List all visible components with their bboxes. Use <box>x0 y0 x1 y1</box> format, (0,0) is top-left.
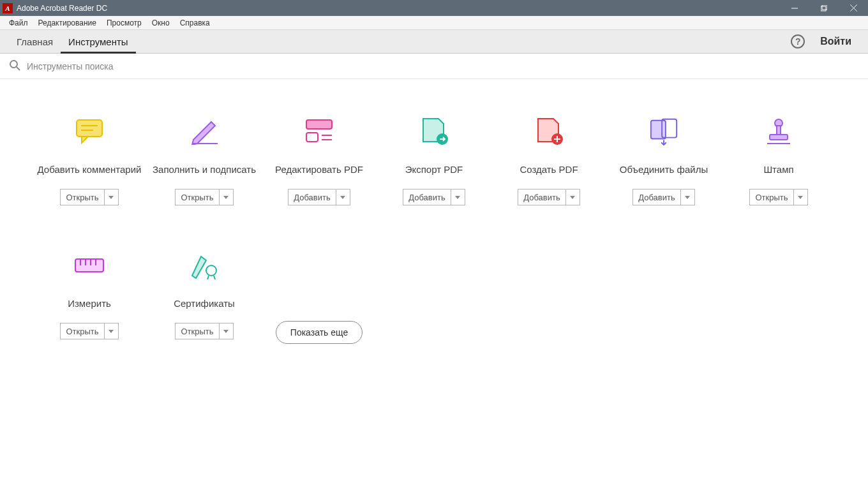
tabbar: Главная Инструменты ? Войти <box>0 30 868 54</box>
tool-action-button[interactable]: Открыть <box>175 189 233 205</box>
svg-point-5 <box>10 61 17 68</box>
tool-combine[interactable]: Объединить файлы Добавить <box>606 111 721 245</box>
tool-comment[interactable]: Добавить комментарий Открыть <box>32 111 147 245</box>
close-button[interactable] <box>839 0 868 16</box>
tool-label: Экспорт PDF <box>403 156 466 184</box>
chevron-down-icon[interactable] <box>793 189 807 205</box>
chevron-down-icon[interactable] <box>680 189 694 205</box>
tool-action-button[interactable]: Добавить <box>632 189 694 205</box>
tab-tools[interactable]: Инструменты <box>61 30 136 54</box>
maximize-button[interactable] <box>809 0 839 16</box>
tool-action-button[interactable]: Добавить <box>518 189 580 205</box>
app-icon: A <box>3 3 13 13</box>
signin-button[interactable]: Войти <box>820 36 859 47</box>
cert-icon <box>189 250 220 281</box>
minimize-button[interactable] <box>780 0 809 16</box>
tool-action-button[interactable]: Открыть <box>175 323 233 339</box>
search-input[interactable] <box>27 61 282 71</box>
chevron-down-icon[interactable] <box>336 189 350 205</box>
menu-file[interactable]: Файл <box>4 19 33 27</box>
stamp-icon <box>763 116 794 147</box>
search-icon <box>9 59 20 73</box>
tool-label: Штамп <box>761 156 796 184</box>
svg-rect-17 <box>651 121 666 139</box>
chevron-down-icon[interactable] <box>104 323 118 339</box>
searchbar <box>0 54 868 79</box>
svg-rect-12 <box>306 133 318 142</box>
tool-action-button[interactable]: Открыть <box>749 189 807 205</box>
tool-label: Редактировать PDF <box>273 156 366 184</box>
menu-window[interactable]: Окно <box>147 19 175 27</box>
tool-edit-pdf[interactable]: Редактировать PDF Добавить <box>262 111 377 245</box>
chevron-down-icon[interactable] <box>565 189 580 205</box>
tool-label: Измерить <box>65 290 114 318</box>
edit-icon <box>304 116 334 147</box>
pen-icon <box>189 116 220 147</box>
svg-point-28 <box>206 265 216 276</box>
show-more-button[interactable]: Показать еще <box>276 321 363 344</box>
menu-view[interactable]: Просмотр <box>101 19 147 27</box>
tool-stamp[interactable]: Штамп Открыть <box>721 111 836 245</box>
tab-home[interactable]: Главная <box>9 30 61 54</box>
menubar: Файл Редактирование Просмотр Окно Справк… <box>0 16 868 30</box>
svg-rect-7 <box>77 120 102 137</box>
chevron-down-icon[interactable] <box>219 189 233 205</box>
tool-label: Объединить файлы <box>617 156 710 184</box>
menu-edit[interactable]: Редактирование <box>33 19 101 27</box>
svg-rect-23 <box>75 259 103 272</box>
tool-action-button[interactable]: Добавить <box>288 189 350 205</box>
ruler-icon <box>74 250 105 281</box>
tool-label: Добавить комментарий <box>35 156 144 184</box>
svg-rect-1 <box>821 6 826 11</box>
comment-icon <box>74 116 105 147</box>
svg-rect-20 <box>777 126 781 135</box>
create-icon <box>534 116 564 147</box>
menu-help[interactable]: Справка <box>175 19 215 27</box>
tool-export-pdf[interactable]: Экспорт PDF Добавить <box>377 111 491 245</box>
tool-label: Создать PDF <box>517 156 580 184</box>
export-icon <box>419 116 449 147</box>
tool-label: Заполнить и подписать <box>150 156 258 184</box>
chevron-down-icon[interactable] <box>104 189 118 205</box>
tool-action-button[interactable]: Открыть <box>60 323 118 339</box>
tool-action-button[interactable]: Открыть <box>60 189 118 205</box>
combine-icon <box>648 116 679 147</box>
tool-certificates[interactable]: Сертификаты Открыть <box>147 245 262 379</box>
tools-grid: Добавить комментарий Открыть Заполнить и… <box>0 79 868 379</box>
tool-label: Сертификаты <box>171 290 237 318</box>
chevron-down-icon[interactable] <box>451 189 465 205</box>
tool-action-button[interactable]: Добавить <box>403 189 465 205</box>
window-titlebar: A Adobe Acrobat Reader DC <box>0 0 868 16</box>
tool-create-pdf[interactable]: Создать PDF Добавить <box>491 111 606 245</box>
window-title: Adobe Acrobat Reader DC <box>17 4 780 13</box>
chevron-down-icon[interactable] <box>219 323 233 339</box>
tool-measure[interactable]: Измерить Открыть <box>32 245 147 379</box>
help-icon[interactable]: ? <box>791 34 805 48</box>
svg-rect-21 <box>770 135 788 140</box>
svg-rect-11 <box>306 120 332 129</box>
svg-rect-2 <box>822 5 827 10</box>
tool-fill-sign[interactable]: Заполнить и подписать Открыть <box>147 111 262 245</box>
show-more-container: Показать еще <box>262 245 377 379</box>
svg-line-6 <box>17 67 20 70</box>
